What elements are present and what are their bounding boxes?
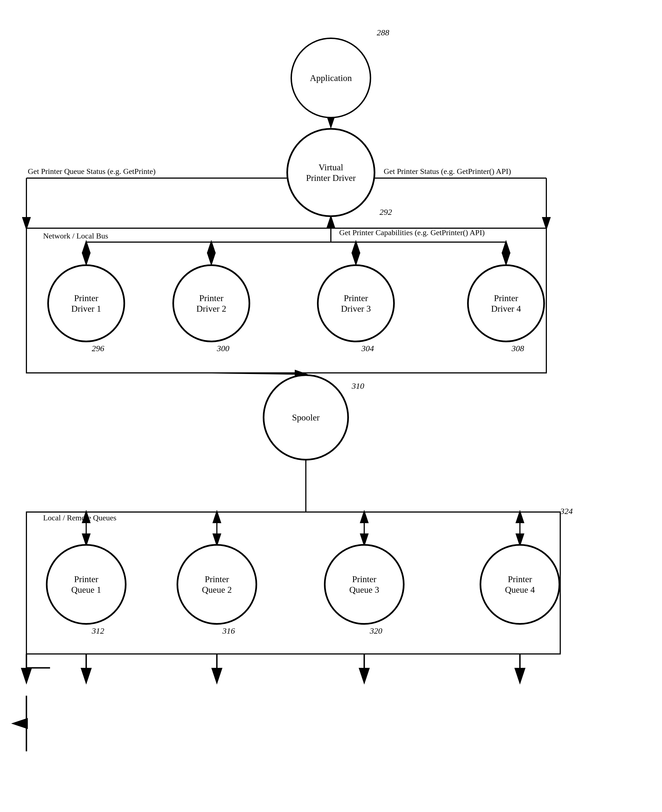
pq2-label: PrinterQueue 2 [202, 574, 232, 595]
printer-driver-4-node: PrinterDriver 4 [467, 264, 545, 342]
svg-line-18 [211, 373, 306, 374]
printer-queue-1-node: PrinterQueue 1 [46, 544, 127, 625]
pd4-label: PrinterDriver 4 [491, 293, 521, 314]
local-remote-queues-label: Local / Remote Queues [43, 513, 116, 522]
application-node: Application [291, 37, 371, 118]
printer-queue-2-node: PrinterQueue 2 [177, 544, 257, 625]
ref-300-label: 300 [217, 344, 230, 353]
printer-driver-2-node: PrinterDriver 2 [172, 264, 250, 342]
printer-driver-1-node: PrinterDriver 1 [47, 264, 125, 342]
get-printer-status-label: Get Printer Status (e.g. GetPrinter() AP… [384, 167, 511, 176]
ref-320-label: 320 [370, 626, 382, 636]
ref-324-label: 324 [560, 506, 573, 516]
ref-304-label: 304 [362, 344, 374, 353]
ref-310-label: 310 [352, 381, 364, 391]
ref-296-label: 296 [92, 344, 104, 353]
ref-316-label: 316 [222, 626, 235, 636]
pq3-label: PrinterQueue 3 [349, 574, 379, 595]
printer-queue-4-node: PrinterQueue 4 [480, 544, 560, 625]
virtual-printer-driver-node: VirtualPrinter Driver [286, 128, 375, 217]
get-printer-queue-status-label: Get Printer Queue Status (e.g. GetPrinte… [28, 167, 156, 176]
vpd-label: VirtualPrinter Driver [306, 162, 356, 184]
ref-312-label: 312 [92, 626, 104, 636]
ref-308-label: 308 [512, 344, 524, 353]
pd1-label: PrinterDriver 1 [71, 293, 101, 314]
spooler-node: Spooler [263, 374, 349, 461]
diagram-container: Application 288 VirtualPrinter Driver 29… [0, 0, 662, 812]
network-local-bus-label: Network / Local Bus [43, 232, 108, 240]
ref-292-label: 292 [379, 207, 392, 217]
printer-driver-3-node: PrinterDriver 3 [317, 264, 395, 342]
pd2-label: PrinterDriver 2 [196, 293, 226, 314]
pd3-label: PrinterDriver 3 [341, 293, 371, 314]
ref-288-label: 288 [377, 28, 389, 37]
pq4-label: PrinterQueue 4 [505, 574, 535, 595]
pq1-label: PrinterQueue 1 [71, 574, 101, 595]
printer-queue-3-node: PrinterQueue 3 [324, 544, 405, 625]
spooler-label: Spooler [292, 412, 320, 423]
application-label: Application [310, 72, 352, 83]
get-printer-capabilities-label: Get Printer Capabilities (e.g. GetPrinte… [339, 228, 485, 237]
